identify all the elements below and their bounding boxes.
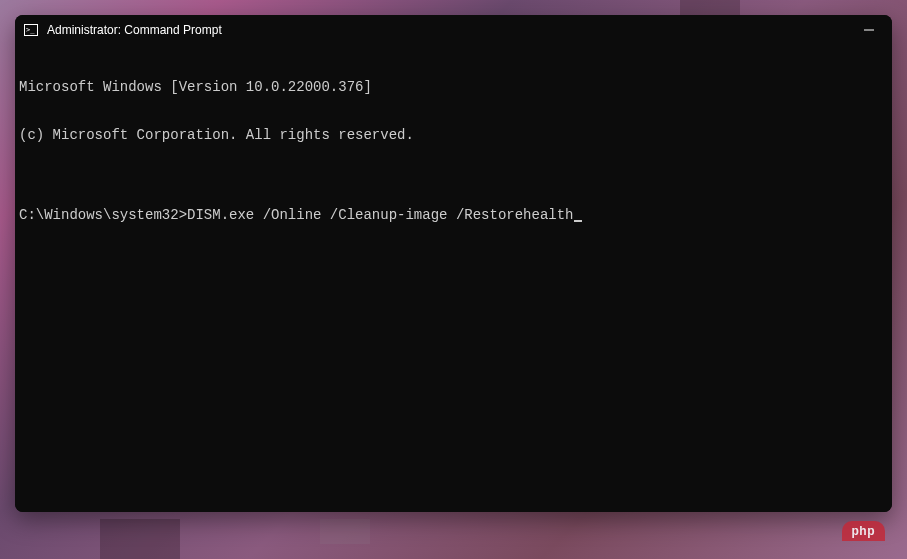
window-controls [846,15,892,45]
terminal-prompt-line: C:\Windows\system32>DISM.exe /Online /Cl… [19,207,888,223]
command-prompt-window: >_ Administrator: Command Prompt Microso… [15,15,892,512]
watermark-badge: php [842,521,886,541]
terminal-line-copyright: (c) Microsoft Corporation. All rights re… [19,127,888,143]
terminal-line-version: Microsoft Windows [Version 10.0.22000.37… [19,79,888,95]
desktop-background-shape [100,519,180,559]
window-title: Administrator: Command Prompt [47,23,222,37]
terminal-prompt: C:\Windows\system32> [19,207,187,223]
titlebar[interactable]: >_ Administrator: Command Prompt [15,15,892,45]
desktop-background-shape [320,519,370,544]
terminal-output[interactable]: Microsoft Windows [Version 10.0.22000.37… [15,45,892,512]
minimize-button[interactable] [846,15,892,45]
terminal-cursor [574,220,582,222]
svg-text:>_: >_ [26,26,35,34]
command-prompt-icon: >_ [23,22,39,38]
terminal-command: DISM.exe /Online /Cleanup-image /Restore… [187,207,573,223]
